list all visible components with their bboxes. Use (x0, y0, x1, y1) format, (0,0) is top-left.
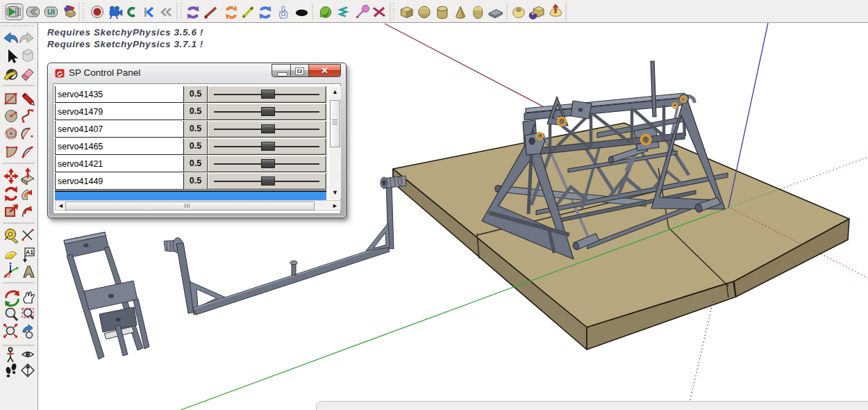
svg-text:▲: ▲ (26, 372, 30, 376)
svg-text:UI: UI (47, 8, 55, 16)
svg-text:A1: A1 (26, 249, 34, 256)
